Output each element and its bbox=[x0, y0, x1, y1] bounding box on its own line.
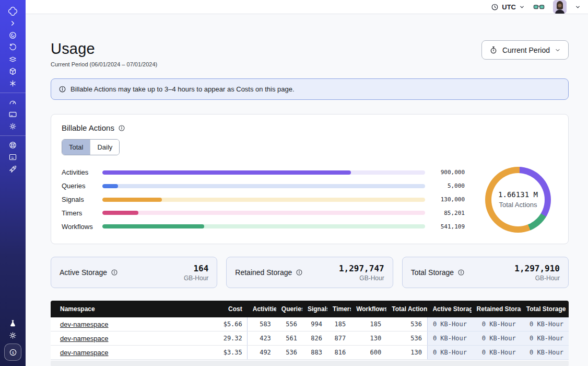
flask-icon bbox=[8, 319, 17, 328]
cell-timers: 185 bbox=[327, 317, 351, 331]
bar-label: Queries bbox=[62, 182, 95, 190]
chart-row-queries: Queries 5,000 bbox=[62, 179, 465, 193]
bar-label: Activities bbox=[62, 168, 95, 176]
storage-card-label: Retained Storage bbox=[235, 268, 292, 277]
sidebar-item-deployments[interactable] bbox=[0, 53, 26, 65]
col-timers: Timers bbox=[327, 301, 351, 317]
storage-card-unit: GB-Hour bbox=[339, 274, 384, 282]
page-title: Usage bbox=[51, 40, 157, 58]
chart-row-workflows: Workflows 541,109 bbox=[62, 220, 465, 233]
bar-label: Workflows bbox=[62, 223, 95, 231]
cell-retained-storage: 0 KB-Hour bbox=[472, 331, 521, 346]
bar-value: 130,000 bbox=[432, 196, 465, 203]
cell-workflows: 130 bbox=[351, 331, 386, 346]
namespace-link[interactable]: dev-namespace bbox=[60, 349, 109, 357]
cell-total-storage: 0 KB-Hour bbox=[521, 346, 569, 360]
storage-card-unit: GB-Hour bbox=[514, 274, 560, 282]
col-signals: Signals bbox=[302, 301, 327, 317]
storage-card-value: 164 bbox=[184, 264, 208, 273]
cell-workflows: 185 bbox=[351, 317, 386, 331]
chevron-down-icon bbox=[555, 47, 561, 53]
sidebar-item-history[interactable] bbox=[0, 41, 26, 53]
dollar-coin-icon: $ bbox=[8, 348, 18, 357]
cell-active-storage: 0 KB-Hour bbox=[427, 317, 471, 331]
col-cost: Cost bbox=[218, 301, 248, 317]
col-namespace: Namespace bbox=[51, 301, 218, 317]
period-selector-button[interactable]: Current Period bbox=[481, 40, 569, 60]
sidebar-item-workflows[interactable] bbox=[0, 65, 26, 77]
bar-workflows bbox=[102, 224, 204, 228]
cell-total-storage: 0 KB-Hour bbox=[521, 317, 569, 331]
cell-retained-storage: 0 KB-Hour bbox=[472, 317, 521, 331]
namespace-link[interactable]: dev-namespace bbox=[60, 321, 109, 328]
bar-label: Signals bbox=[62, 196, 95, 203]
banner-text: Billable Actions may take up to 3–4 hour… bbox=[70, 85, 295, 93]
namespace-usage-table: Namespace Cost Activities Queries Signal… bbox=[51, 301, 569, 360]
pricing-button[interactable]: $ bbox=[4, 344, 21, 361]
chart-row-signals: Signals 130,000 bbox=[62, 193, 465, 207]
col-total-storage: Total Storage bbox=[521, 301, 569, 317]
storage-cards: Active Storage 164 GB-Hour Retained Stor… bbox=[51, 257, 569, 288]
col-total-actions: Total Actions bbox=[386, 301, 427, 317]
storage-card-value: 1,297,747 bbox=[339, 264, 384, 273]
cell-total-storage: 0 KB-Hour bbox=[521, 331, 569, 346]
timezone-selector[interactable]: UTC bbox=[491, 3, 525, 11]
sidebar-item-usage[interactable] bbox=[0, 96, 26, 108]
info-icon[interactable] bbox=[296, 269, 303, 276]
bar-value: 900,000 bbox=[432, 169, 465, 176]
storage-card-label: Total Storage bbox=[411, 268, 454, 277]
donut-total-label: Total Actions bbox=[499, 201, 537, 209]
svg-text:$: $ bbox=[11, 350, 14, 354]
storage-card-unit: GB-Hour bbox=[184, 274, 208, 282]
cell-activities: 423 bbox=[248, 331, 276, 346]
chevron-right-icon bbox=[9, 19, 17, 27]
tab-daily[interactable]: Daily bbox=[90, 140, 119, 155]
bar-value: 5,000 bbox=[432, 182, 465, 189]
sidebar-item-nexus[interactable] bbox=[0, 77, 26, 89]
page-content: Usage Current Period (06/01/2024 – 07/01… bbox=[26, 14, 588, 366]
info-icon[interactable] bbox=[118, 124, 125, 132]
bar-label: Timers bbox=[62, 209, 95, 217]
bar-queries bbox=[102, 184, 118, 188]
reader-view-button[interactable] bbox=[533, 2, 545, 12]
cell-total-actions: 536 bbox=[386, 331, 427, 346]
billable-actions-title: Billable Actions bbox=[62, 123, 114, 132]
retained-storage-card: Retained Storage 1,297,747 GB-Hour bbox=[226, 257, 393, 288]
cell-activities: 492 bbox=[248, 346, 276, 360]
sidebar-expand-button[interactable] bbox=[0, 17, 26, 29]
storage-card-label: Active Storage bbox=[60, 268, 107, 277]
bar-value: 85,201 bbox=[432, 210, 465, 216]
sidebar-item-feedback[interactable] bbox=[0, 151, 26, 163]
bar-signals bbox=[102, 198, 162, 202]
sidebar-item-support[interactable] bbox=[0, 139, 26, 151]
sidebar-item-settings[interactable] bbox=[0, 120, 26, 132]
cell-signals: 826 bbox=[302, 331, 327, 346]
sidebar-item-getting-started[interactable] bbox=[0, 163, 26, 175]
info-icon[interactable] bbox=[457, 269, 465, 276]
topbar: UTC bbox=[26, 0, 588, 14]
chart-row-activities: Activities 900,000 bbox=[62, 166, 465, 179]
chevron-down-icon bbox=[519, 4, 525, 10]
storage-card-value: 1,297,910 bbox=[514, 264, 560, 273]
sidebar-item-home[interactable] bbox=[0, 5, 26, 17]
sidebar-item-billing[interactable] bbox=[0, 108, 26, 120]
monitor-face-icon bbox=[8, 153, 17, 162]
gauge-icon bbox=[8, 98, 17, 107]
donut-total-value: 1.66131 M bbox=[498, 190, 538, 199]
namespaces-icon bbox=[8, 31, 17, 40]
avatar[interactable] bbox=[553, 0, 567, 14]
cell-activities: 583 bbox=[248, 317, 276, 331]
namespace-link[interactable]: dev-namespace bbox=[60, 335, 109, 342]
sidebar-item-namespaces[interactable] bbox=[0, 29, 26, 41]
cell-queries: 536 bbox=[276, 346, 302, 360]
layers-icon bbox=[8, 55, 17, 64]
table-row: dev-namespace $3.35 492 536 883 816 600 … bbox=[51, 346, 569, 360]
table-next-row-cutoff bbox=[51, 361, 569, 366]
sidebar-item-labs[interactable] bbox=[0, 317, 26, 329]
billable-actions-card: Billable Actions Total Daily Activities … bbox=[51, 114, 569, 244]
tab-total[interactable]: Total bbox=[62, 140, 90, 155]
cell-timers: 816 bbox=[327, 346, 351, 360]
theme-toggle[interactable] bbox=[0, 329, 26, 341]
info-icon[interactable] bbox=[111, 269, 118, 276]
account-menu-chevron[interactable] bbox=[575, 4, 581, 10]
